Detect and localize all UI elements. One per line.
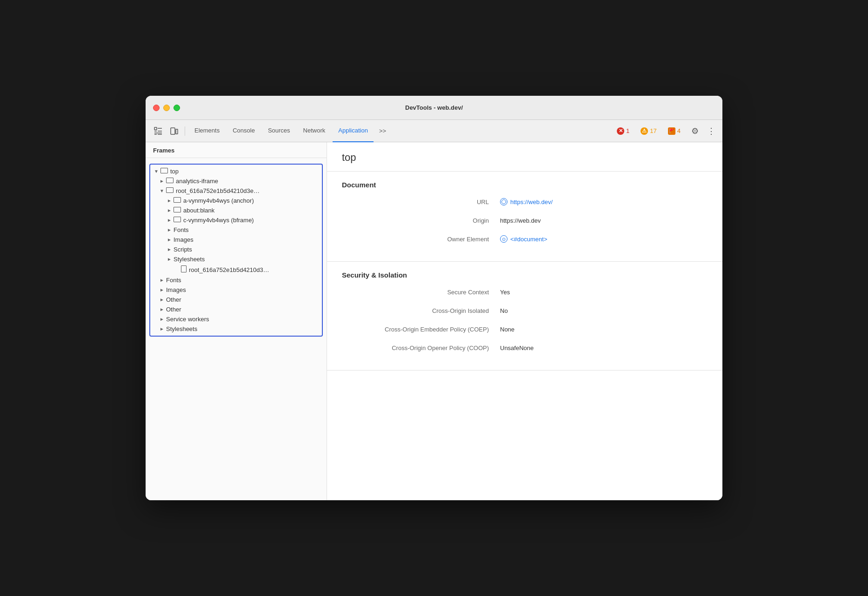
tree-item-images[interactable]: ► Images	[150, 285, 322, 295]
tree-item-root-file[interactable]: root_616a752e1b5d4210d3…	[150, 264, 322, 275]
frame-icon-analytics	[166, 178, 174, 185]
titlebar: DevTools - web.dev/	[146, 96, 722, 120]
field-value-secure: Yes	[500, 289, 510, 296]
tab-more[interactable]: >>	[375, 125, 390, 137]
label-images-sub: Images	[174, 236, 194, 243]
field-row-url: URL https://web.dev/	[342, 196, 708, 207]
tree-item-bframe[interactable]: ► c-vynmy4vb4wys (bframe)	[150, 215, 322, 225]
error-badge-button[interactable]: ✕ 1	[613, 126, 633, 137]
tree-item-analytics-iframe[interactable]: ► analytics-iframe	[150, 176, 322, 186]
label-fonts: Fonts	[166, 277, 181, 284]
field-value-coop: UnsafeNone	[500, 344, 534, 351]
tree-item-root616[interactable]: ▼ root_616a752e1b5d4210d3e…	[150, 186, 322, 196]
frame-icon-anchor	[174, 197, 181, 204]
warning-badge-button[interactable]: ⚠ 17	[637, 126, 660, 137]
tree-item-service-workers[interactable]: ► Service workers	[150, 314, 322, 324]
field-label-coep: Cross-Origin Embedder Policy (COEP)	[342, 326, 500, 333]
svg-rect-2	[176, 129, 178, 134]
file-icon-root	[181, 265, 187, 274]
field-label-url: URL	[342, 199, 500, 205]
field-value-coep: None	[500, 326, 514, 333]
field-row-owner: Owner Element ⊙ <#document>	[342, 233, 708, 245]
field-row-coep: Cross-Origin Embedder Policy (COEP) None	[342, 324, 708, 335]
field-row-coop: Cross-Origin Opener Policy (COOP) Unsafe…	[342, 342, 708, 353]
more-options-button[interactable]: ⋮	[706, 124, 717, 138]
label-images: Images	[166, 286, 186, 293]
info-badge-button[interactable]: 🚩 4	[664, 126, 684, 137]
content-area: Frames ▼ top ►	[146, 142, 722, 500]
tree-item-stylesheets-sub[interactable]: ► Stylesheets	[150, 254, 322, 264]
toolbar-separator	[185, 126, 185, 136]
settings-button[interactable]: ⚙	[688, 124, 702, 138]
field-label-owner: Owner Element	[342, 236, 500, 243]
close-button[interactable]	[153, 105, 160, 111]
field-value-cors-isolated: No	[500, 307, 508, 314]
owner-link[interactable]: <#document>	[510, 236, 548, 243]
arrow-anchor: ►	[167, 198, 174, 203]
inspect-icon[interactable]	[151, 124, 165, 138]
arrow-fonts-sub: ►	[167, 227, 174, 232]
document-heading: Document	[342, 181, 708, 189]
arrow-images-sub: ►	[167, 237, 174, 242]
devtools-window: DevTools - web.dev/ Elements Console Sou…	[146, 96, 722, 500]
tree-item-other2[interactable]: ► Other	[150, 305, 322, 314]
arrow-images: ►	[160, 287, 166, 292]
label-aboutblank: about:blank	[183, 207, 214, 214]
tab-sources[interactable]: Sources	[262, 120, 296, 142]
document-section: Document URL https://web.dev/ Origin htt…	[327, 172, 722, 262]
arrow-scripts-sub: ►	[167, 247, 174, 252]
field-value-owner: ⊙ <#document>	[500, 235, 548, 243]
label-scripts-sub: Scripts	[174, 246, 192, 253]
panel-title-row: top	[327, 142, 722, 172]
tree-item-stylesheets[interactable]: ► Stylesheets	[150, 324, 322, 334]
label-service-workers: Service workers	[166, 316, 209, 323]
warning-icon: ⚠	[641, 127, 648, 135]
tree-item-fonts[interactable]: ► Fonts	[150, 275, 322, 285]
label-root-file: root_616a752e1b5d4210d3…	[189, 266, 269, 273]
arrow-bframe: ►	[167, 218, 174, 223]
svg-rect-0	[154, 127, 157, 130]
tab-network[interactable]: Network	[298, 120, 331, 142]
tree-item-top[interactable]: ▼ top	[150, 166, 322, 176]
field-row-origin: Origin https://web.dev	[342, 215, 708, 226]
url-link[interactable]: https://web.dev/	[510, 199, 553, 205]
field-label-coop: Cross-Origin Opener Policy (COOP)	[342, 344, 500, 351]
minimize-button[interactable]	[163, 105, 170, 111]
tree-item-anchor[interactable]: ► a-vynmy4vb4wys (anchor)	[150, 196, 322, 205]
arrow-stylesheets: ►	[160, 326, 166, 331]
tab-console[interactable]: Console	[227, 120, 260, 142]
device-icon[interactable]	[167, 124, 181, 138]
tree-item-scripts-sub[interactable]: ► Scripts	[150, 245, 322, 254]
label-analytics: analytics-iframe	[176, 178, 218, 185]
toolbar-right: ✕ 1 ⚠ 17 🚩 4 ⚙ ⋮	[613, 124, 717, 138]
field-row-cors-isolated: Cross-Origin Isolated No	[342, 305, 708, 316]
toolbar: Elements Console Sources Network Applica…	[146, 120, 722, 142]
arrow-aboutblank: ►	[167, 208, 174, 213]
tab-elements[interactable]: Elements	[189, 120, 225, 142]
tree-item-aboutblank[interactable]: ► about:blank	[150, 205, 322, 215]
info-icon: 🚩	[668, 127, 675, 135]
label-stylesheets: Stylesheets	[166, 325, 197, 332]
tab-application[interactable]: Application	[333, 120, 374, 142]
frame-icon-root616	[166, 187, 174, 194]
sidebar-tree: ▼ top ► analytics-iframe	[146, 158, 327, 500]
field-label-cors-isolated: Cross-Origin Isolated	[342, 307, 500, 314]
tree-item-other1[interactable]: ► Other	[150, 295, 322, 305]
main-panel: top Document URL https://web.dev/ Origin…	[327, 142, 722, 500]
svg-rect-1	[171, 128, 175, 134]
label-fonts-sub: Fonts	[174, 226, 189, 233]
traffic-lights	[153, 105, 180, 111]
label-other2: Other	[166, 306, 181, 313]
maximize-button[interactable]	[174, 105, 180, 111]
label-top: top	[170, 168, 179, 175]
owner-icon: ⊙	[500, 235, 507, 243]
tree-item-fonts-sub[interactable]: ► Fonts	[150, 225, 322, 235]
security-section: Security & Isolation Secure Context Yes …	[327, 262, 722, 371]
frame-icon-bframe	[174, 217, 181, 224]
field-value-origin: https://web.dev	[500, 217, 541, 224]
tree-item-images-sub[interactable]: ► Images	[150, 235, 322, 245]
url-icon	[500, 198, 507, 205]
arrow-analytics: ►	[160, 179, 166, 184]
label-root616: root_616a752e1b5d4210d3e…	[176, 187, 260, 194]
arrow-other1: ►	[160, 297, 166, 302]
